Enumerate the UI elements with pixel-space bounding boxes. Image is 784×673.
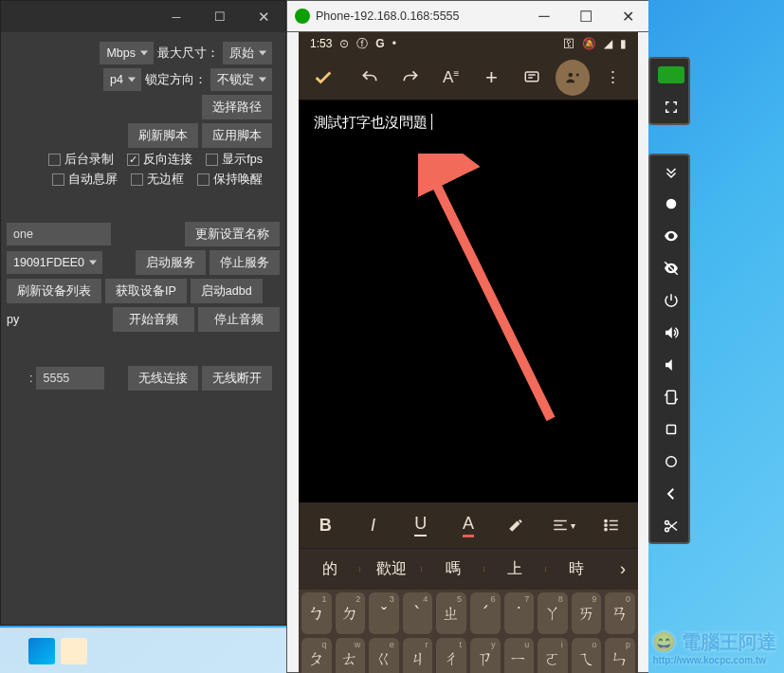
apply-script-button[interactable]: 应用脚本 (202, 123, 272, 148)
key-ˇ[interactable]: ˇ3 (369, 592, 399, 634)
share-person-button[interactable] (556, 60, 591, 96)
volume-down-button[interactable] (650, 349, 692, 381)
key-ㄟ[interactable]: ㄟo (572, 638, 602, 673)
stop-audio-button[interactable]: 停止音频 (198, 307, 280, 332)
silent-icon: 🔕 (582, 37, 596, 50)
key-ㄚ[interactable]: ㄚ8 (538, 592, 568, 634)
maximize-button[interactable]: ☐ (198, 1, 242, 32)
taskbar-app-icon[interactable] (61, 638, 87, 664)
back-button[interactable] (650, 478, 692, 510)
close-button[interactable]: ✕ (242, 1, 285, 32)
phone-minimize-button[interactable]: ─ (523, 1, 565, 32)
key-ˋ[interactable]: ˋ4 (403, 592, 433, 634)
bold-button[interactable]: B (302, 506, 348, 544)
start-audio-button[interactable]: 开始音频 (113, 307, 194, 332)
android-icon (295, 9, 310, 24)
key-ㄅ[interactable]: ㄅ1 (301, 592, 332, 634)
vpn-key-icon: ⚿ (563, 37, 574, 50)
serial-combo[interactable]: 19091FDEE0 (7, 251, 102, 274)
app-switch-button[interactable] (650, 413, 692, 446)
refresh-script-button[interactable]: 刷新脚本 (128, 123, 198, 148)
underline-button[interactable]: U (398, 506, 444, 544)
hide-button[interactable] (650, 252, 692, 284)
key-˙[interactable]: ˙7 (504, 592, 535, 634)
show-fps-checkbox[interactable]: 显示fps (206, 152, 263, 168)
comment-button[interactable] (515, 60, 550, 96)
minimize-button[interactable]: ─ (155, 1, 198, 32)
stop-service-button[interactable]: 停止服务 (210, 250, 280, 275)
refresh-list-button[interactable]: 刷新设备列表 (7, 279, 101, 303)
key-ㄗ[interactable]: ㄗy (470, 638, 501, 673)
insert-button[interactable]: + (474, 60, 509, 96)
volume-up-button[interactable] (650, 317, 692, 349)
sugg-expand-icon[interactable]: › (608, 559, 638, 579)
svg-rect-10 (667, 426, 676, 434)
sugg-2[interactable]: 嗎 (422, 559, 483, 579)
power-button[interactable] (650, 284, 692, 317)
key-ㄐ[interactable]: ㄐr (403, 638, 433, 673)
expand-down-button[interactable] (650, 155, 692, 188)
sugg-3[interactable]: 上 (484, 559, 546, 579)
wifi-disconnect-button[interactable]: 无线断开 (202, 366, 272, 391)
phone-close-button[interactable]: ✕ (607, 1, 648, 32)
format-combo[interactable]: p4 (103, 68, 141, 91)
bg-record-checkbox[interactable]: 后台录制 (48, 152, 114, 168)
phone-screen: 1:53 ⊙ ⓕ G • ⚿ 🔕 ◢ ▮ A≡ + (299, 32, 638, 672)
start-service-button[interactable]: 启动服务 (136, 250, 206, 275)
port-input[interactable] (43, 372, 98, 385)
key-ㄧ[interactable]: ㄧu (504, 638, 535, 673)
left-body: Mbps 最大尺寸： 原始 p4 锁定方向： 不锁定 选择路径 刷新脚本 应用脚… (1, 32, 285, 400)
overflow-menu-button[interactable]: ⋮ (595, 60, 630, 96)
taskbar-start-icon[interactable] (28, 638, 55, 664)
key-ㄣ[interactable]: ㄣp (605, 638, 635, 673)
auto-sleep-checkbox[interactable]: 自动息屏 (52, 172, 118, 188)
wifi-connect-button[interactable]: 无线连接 (128, 366, 198, 391)
wifi-icon: ◢ (604, 37, 612, 50)
highlight-button[interactable] (493, 506, 538, 544)
key-ㄛ[interactable]: ㄛi (538, 638, 568, 673)
key-ㄉ[interactable]: ㄉ2 (336, 592, 366, 634)
doc-done-button[interactable] (306, 60, 341, 96)
max-size-combo[interactable]: 原始 (223, 42, 272, 64)
record-button[interactable] (650, 188, 692, 220)
screenshot-scissors-button[interactable] (650, 510, 692, 542)
watermark: 😄 電腦王阿達 http://www.kocpc.com.tw (652, 629, 776, 665)
fullscreen-button[interactable] (650, 91, 690, 123)
phone-maximize-button[interactable]: ☐ (565, 1, 607, 32)
get-ip-button[interactable]: 获取设备IP (105, 279, 187, 303)
key-ㄍ[interactable]: ㄍe (369, 638, 399, 673)
doc-body[interactable]: 測試打字也沒問題 (299, 100, 638, 502)
text-color-button[interactable]: A (446, 506, 491, 544)
sugg-4[interactable]: 時 (546, 559, 608, 579)
windows-taskbar[interactable] (0, 628, 286, 673)
key-ㄞ[interactable]: ㄞ9 (572, 592, 602, 634)
redo-button[interactable] (393, 60, 428, 96)
sugg-0[interactable]: 的 (299, 559, 360, 579)
home-button[interactable] (650, 446, 692, 478)
no-border-checkbox[interactable]: 无边框 (131, 172, 184, 188)
key-ㄓ[interactable]: ㄓ5 (436, 592, 466, 634)
key-ㄔ[interactable]: ㄔt (436, 638, 466, 673)
list-button[interactable] (589, 506, 634, 544)
key-ㄆ[interactable]: ㄆq (301, 638, 332, 673)
bitrate-unit-combo[interactable]: Mbps (100, 42, 154, 64)
key-ㄢ[interactable]: ㄢ0 (605, 592, 635, 634)
italic-button[interactable]: I (350, 506, 395, 544)
device-name-input[interactable] (13, 227, 104, 241)
undo-button[interactable] (353, 60, 388, 96)
text-cursor (428, 114, 432, 130)
rotate-button[interactable] (650, 381, 692, 413)
lock-orient-combo[interactable]: 不锁定 (210, 68, 272, 91)
text-format-button[interactable]: A≡ (433, 60, 468, 96)
align-button[interactable]: ▾ (540, 506, 586, 544)
keep-awake-checkbox[interactable]: 保持唤醒 (197, 172, 263, 188)
update-name-button[interactable]: 更新设置名称 (185, 222, 280, 246)
show-button[interactable] (650, 220, 692, 252)
key-ㄊ[interactable]: ㄊw (336, 638, 366, 673)
start-adbd-button[interactable]: 启动adbd (191, 279, 263, 303)
sugg-1[interactable]: 歡迎 (360, 559, 422, 579)
side-green-button[interactable] (650, 59, 690, 91)
reverse-checkbox[interactable]: ✓反向连接 (127, 152, 192, 168)
choose-path-button[interactable]: 选择路径 (202, 95, 272, 119)
key-ˊ[interactable]: ˊ6 (470, 592, 501, 634)
